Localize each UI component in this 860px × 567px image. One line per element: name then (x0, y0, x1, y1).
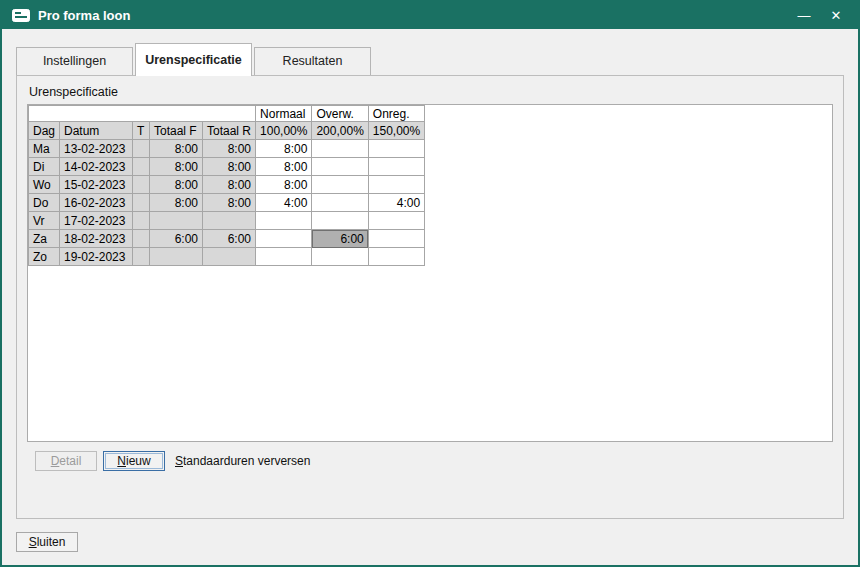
group-header-row: Normaal Overw. Onreg. (29, 106, 425, 122)
readonly-cell: 8:00 (203, 140, 256, 158)
hours-cell[interactable] (368, 158, 424, 176)
hours-cell[interactable] (368, 212, 424, 230)
tab-resultaten[interactable]: Resultaten (254, 47, 371, 75)
col-header-150pct: 150,00% (368, 122, 424, 140)
table-row: Vr17-02-2023 (29, 212, 425, 230)
readonly-cell: 8:00 (150, 140, 203, 158)
group-header-onregelmatig: Onreg. (368, 106, 424, 122)
readonly-cell (203, 212, 256, 230)
table-row: Ma13-02-20238:008:008:00 (29, 140, 425, 158)
hours-cell[interactable] (368, 176, 424, 194)
readonly-cell: 8:00 (150, 194, 203, 212)
hours-cell[interactable] (312, 140, 368, 158)
hours-table-body: Ma13-02-20238:008:008:00Di14-02-20238:00… (29, 140, 425, 266)
readonly-cell: 8:00 (150, 176, 203, 194)
readonly-cell (150, 248, 203, 266)
readonly-cell (133, 194, 150, 212)
table-row: Za18-02-20236:006:006:00 (29, 230, 425, 248)
hours-cell[interactable]: 8:00 (256, 176, 312, 194)
hours-cell[interactable] (368, 248, 424, 266)
close-button[interactable]: ✕ (824, 6, 848, 26)
hours-cell[interactable] (256, 248, 312, 266)
readonly-cell (203, 248, 256, 266)
table-row: Zo19-02-2023 (29, 248, 425, 266)
table-row: Wo15-02-20238:008:008:00 (29, 176, 425, 194)
window-title: Pro forma loon (38, 8, 784, 23)
readonly-cell (133, 248, 150, 266)
grid-button-row: Detail Nieuw Standaarduren verversen (35, 451, 843, 471)
readonly-cell: 8:00 (203, 176, 256, 194)
table-row: Di14-02-20238:008:008:00 (29, 158, 425, 176)
readonly-cell (133, 176, 150, 194)
hours-cell[interactable] (312, 248, 368, 266)
hours-cell[interactable]: 6:00 (312, 230, 368, 248)
hours-cell[interactable] (312, 212, 368, 230)
readonly-cell: 8:00 (203, 158, 256, 176)
hours-cell[interactable]: 8:00 (256, 158, 312, 176)
dialog-footer: Sluiten (16, 532, 858, 552)
tab-panel: Urenspecificatie Normaal Overw. Onreg. (16, 75, 844, 519)
nieuw-button[interactable]: Nieuw (103, 451, 165, 471)
readonly-cell (133, 230, 150, 248)
col-header-200pct: 200,00% (312, 122, 368, 140)
readonly-cell: Zo (29, 248, 60, 266)
readonly-cell (150, 212, 203, 230)
sluiten-button[interactable]: Sluiten (16, 532, 78, 552)
detail-button: Detail (35, 451, 97, 471)
readonly-cell: Ma (29, 140, 60, 158)
section-label: Urenspecificatie (29, 85, 843, 99)
col-header-100pct: 100,00% (256, 122, 312, 140)
col-header-totaal-r: Totaal R (203, 122, 256, 140)
readonly-cell: 13-02-2023 (60, 140, 133, 158)
readonly-cell: Do (29, 194, 60, 212)
readonly-cell (133, 212, 150, 230)
col-header-t: T (133, 122, 150, 140)
readonly-cell: 14-02-2023 (60, 158, 133, 176)
standaarduren-verversen-button[interactable]: Standaarduren verversen (171, 451, 314, 471)
hours-cell[interactable] (312, 158, 368, 176)
col-header-totaal-f: Totaal F (150, 122, 203, 140)
hours-table: Normaal Overw. Onreg. Dag Datum T Totaal… (28, 105, 425, 266)
group-header-overwerk: Overw. (312, 106, 368, 122)
readonly-cell: Di (29, 158, 60, 176)
col-header-datum: Datum (60, 122, 133, 140)
readonly-cell: 8:00 (150, 158, 203, 176)
readonly-cell: Wo (29, 176, 60, 194)
titlebar: Pro forma loon — ✕ (2, 2, 858, 29)
col-header-dag: Dag (29, 122, 60, 140)
group-header-normaal: Normaal (256, 106, 312, 122)
hours-cell[interactable] (368, 230, 424, 248)
tab-instellingen[interactable]: Instellingen (16, 47, 133, 75)
minimize-button[interactable]: — (792, 6, 816, 26)
readonly-cell: 16-02-2023 (60, 194, 133, 212)
readonly-cell: 18-02-2023 (60, 230, 133, 248)
readonly-cell: 6:00 (203, 230, 256, 248)
hours-cell[interactable] (312, 176, 368, 194)
tab-strip: Instellingen Urenspecificatie Resultaten (16, 42, 858, 75)
hours-cell[interactable] (256, 230, 312, 248)
hours-cell[interactable]: 4:00 (256, 194, 312, 212)
tab-urenspecificatie[interactable]: Urenspecificatie (135, 43, 252, 76)
readonly-cell (133, 140, 150, 158)
readonly-cell: 6:00 (150, 230, 203, 248)
hours-cell[interactable]: 8:00 (256, 140, 312, 158)
readonly-cell: 8:00 (203, 194, 256, 212)
readonly-cell: Vr (29, 212, 60, 230)
readonly-cell: Za (29, 230, 60, 248)
proforma-dialog: Pro forma loon — ✕ Instellingen Urenspec… (0, 0, 860, 567)
group-header-blank (29, 106, 256, 122)
hours-cell[interactable]: 4:00 (368, 194, 424, 212)
column-header-row: Dag Datum T Totaal F Totaal R 100,00% 20… (29, 122, 425, 140)
hours-cell[interactable] (312, 194, 368, 212)
hours-cell[interactable] (256, 212, 312, 230)
readonly-cell (133, 158, 150, 176)
app-icon (12, 9, 30, 22)
hours-cell[interactable] (368, 140, 424, 158)
hours-grid-container: Normaal Overw. Onreg. Dag Datum T Totaal… (27, 104, 833, 442)
readonly-cell: 15-02-2023 (60, 176, 133, 194)
table-row: Do16-02-20238:008:004:004:00 (29, 194, 425, 212)
readonly-cell: 19-02-2023 (60, 248, 133, 266)
readonly-cell: 17-02-2023 (60, 212, 133, 230)
